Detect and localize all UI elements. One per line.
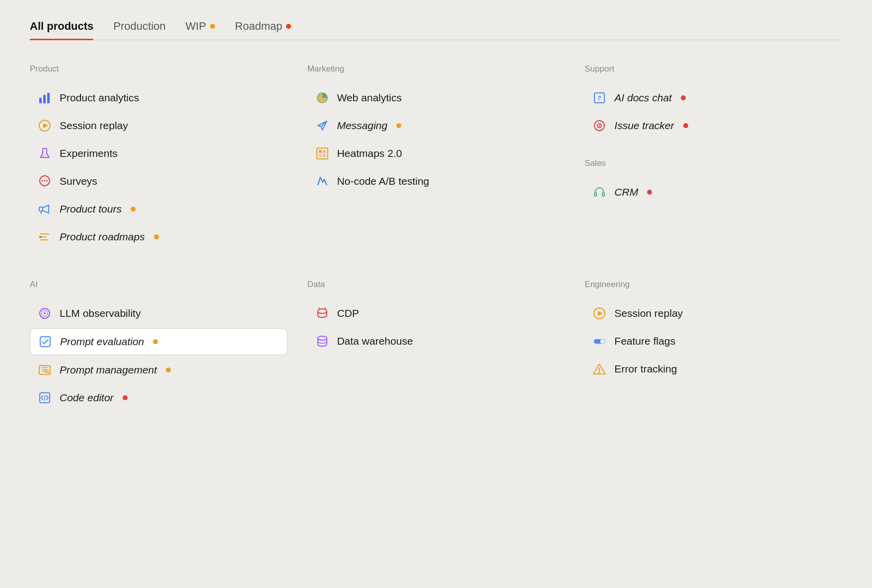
svg-rect-30	[594, 193, 596, 196]
heatmap-icon	[314, 146, 330, 161]
product-item-experiments[interactable]: Experiments	[30, 141, 288, 166]
section-sales: Sales CRM	[584, 158, 842, 205]
product-item-cdp[interactable]: CDP	[307, 300, 565, 326]
svg-rect-24	[323, 154, 326, 157]
section-title-marketing: Marketing	[307, 64, 565, 74]
product-item-data-warehouse[interactable]: Data warehouse	[307, 328, 565, 354]
item-dot-product-roadmaps	[154, 234, 159, 239]
main-container: All productsProductionWIPRoadmap Product…	[0, 0, 872, 441]
product-label-session-replay: Session replay	[60, 120, 128, 132]
product-label-messaging: Messaging	[337, 120, 388, 132]
product-item-crm[interactable]: CRM	[584, 179, 842, 205]
send-icon	[314, 118, 330, 134]
product-label-product-analytics: Product analytics	[60, 92, 139, 104]
item-dot-code-editor	[123, 395, 128, 400]
item-dot-issue-tracker	[683, 123, 688, 128]
product-label-prompt-management: Prompt management	[60, 364, 157, 376]
product-item-product-analytics[interactable]: Product analytics	[30, 85, 288, 111]
product-item-feature-flags[interactable]: Feature flags	[584, 328, 842, 354]
product-label-no-code-ab: No-code A/B testing	[337, 175, 430, 187]
product-item-code-editor[interactable]: Code editor	[30, 385, 288, 411]
product-item-messaging[interactable]: Messaging	[307, 113, 565, 139]
product-item-heatmaps[interactable]: Heatmaps 2.0	[307, 141, 565, 166]
item-dot-prompt-management	[166, 368, 171, 372]
section-product: Product Product analytics Session replay…	[30, 64, 288, 250]
svg-rect-21	[319, 150, 322, 153]
product-label-product-roadmaps: Product roadmaps	[60, 231, 145, 243]
product-item-llm-observability[interactable]: LLM observability	[30, 300, 288, 326]
section-title-support: Support	[584, 64, 842, 74]
item-dot-product-tours	[131, 207, 136, 212]
product-item-session-replay[interactable]: Session replay	[30, 113, 288, 139]
product-item-ai-docs-chat[interactable]: ? AI docs chat	[584, 85, 842, 111]
svg-point-48	[600, 340, 604, 344]
svg-rect-23	[319, 154, 322, 157]
tab-dot-wip	[210, 24, 215, 29]
product-grid: Product Product analytics Session replay…	[30, 64, 842, 411]
headset-icon	[591, 184, 607, 200]
product-item-web-analytics[interactable]: Web analytics	[307, 85, 565, 111]
product-item-product-tours[interactable]: Product tours	[30, 196, 288, 222]
svg-point-34	[44, 312, 46, 314]
svg-point-6	[43, 155, 44, 157]
product-label-product-tours: Product tours	[60, 203, 122, 215]
svg-rect-2	[47, 93, 50, 103]
product-item-error-tracking[interactable]: Error tracking	[584, 356, 842, 382]
svg-text:?: ?	[597, 95, 601, 102]
docs-chat-icon: ?	[591, 90, 607, 106]
product-label-crm: CRM	[614, 186, 638, 198]
product-label-prompt-evaluation: Prompt evaluation	[60, 336, 144, 348]
product-item-prompt-management[interactable]: Prompt management	[30, 357, 288, 383]
product-item-issue-tracker[interactable]: Issue tracker	[584, 113, 842, 139]
svg-marker-4	[43, 123, 48, 128]
product-label-experiments: Experiments	[60, 147, 118, 159]
section-data: Data CDP Data warehouse	[307, 280, 565, 411]
warning-icon	[591, 361, 607, 377]
item-dot-messaging	[396, 123, 401, 128]
prompt-mgmt-icon	[37, 362, 53, 378]
tab-production[interactable]: Production	[113, 20, 165, 40]
section-support: Support ? AI docs chat Issue tracker	[584, 64, 842, 139]
tab-roadmap[interactable]: Roadmap	[235, 20, 291, 40]
tab-wip[interactable]: WIP	[186, 20, 216, 40]
tab-bar: All productsProductionWIPRoadmap	[30, 20, 842, 40]
product-label-web-analytics: Web analytics	[337, 92, 402, 104]
play-circle-orange-icon	[591, 305, 607, 321]
svg-point-37	[45, 369, 48, 372]
svg-point-11	[47, 180, 48, 182]
play-circle-orange-icon	[37, 118, 53, 134]
llm-icon	[37, 305, 53, 321]
product-list-support: ? AI docs chat Issue tracker	[584, 85, 842, 139]
svg-point-9	[42, 180, 43, 182]
svg-point-10	[44, 180, 46, 182]
product-item-session-replay-eng[interactable]: Session replay	[584, 300, 842, 326]
svg-point-44	[318, 336, 327, 340]
product-label-ai-docs-chat: AI docs chat	[614, 92, 672, 104]
tab-all-products[interactable]: All products	[30, 20, 93, 40]
product-item-no-code-ab[interactable]: No-code A/B testing	[307, 168, 565, 194]
item-dot-crm	[647, 190, 652, 195]
product-label-data-warehouse: Data warehouse	[337, 335, 413, 347]
product-list-ai: LLM observability Prompt evaluation Prom…	[30, 300, 288, 411]
svg-line-42	[319, 308, 320, 309]
megaphone-icon	[37, 201, 53, 217]
product-item-surveys[interactable]: Surveys	[30, 168, 288, 194]
product-item-product-roadmaps[interactable]: Product roadmaps	[30, 224, 288, 250]
product-label-llm-observability: LLM observability	[60, 307, 141, 319]
item-dot-heatmaps	[411, 151, 416, 156]
code-editor-icon	[37, 390, 53, 406]
svg-rect-31	[602, 193, 604, 196]
pie-chart-icon	[314, 90, 330, 106]
ab-test-icon	[314, 173, 330, 189]
section-engineering: Engineering Session replay Feature flags…	[584, 280, 842, 411]
product-label-feature-flags: Feature flags	[614, 335, 675, 347]
cdp-icon	[314, 305, 330, 321]
svg-rect-20	[317, 148, 328, 159]
product-label-issue-tracker: Issue tracker	[614, 120, 674, 132]
product-item-prompt-evaluation[interactable]: Prompt evaluation	[30, 328, 288, 355]
svg-point-50	[599, 372, 600, 373]
database-icon	[314, 333, 330, 349]
product-label-error-tracking: Error tracking	[614, 363, 677, 375]
product-label-session-replay-eng: Session replay	[614, 307, 683, 319]
section-marketing: Marketing Web analytics Messaging Heatma…	[307, 64, 565, 250]
